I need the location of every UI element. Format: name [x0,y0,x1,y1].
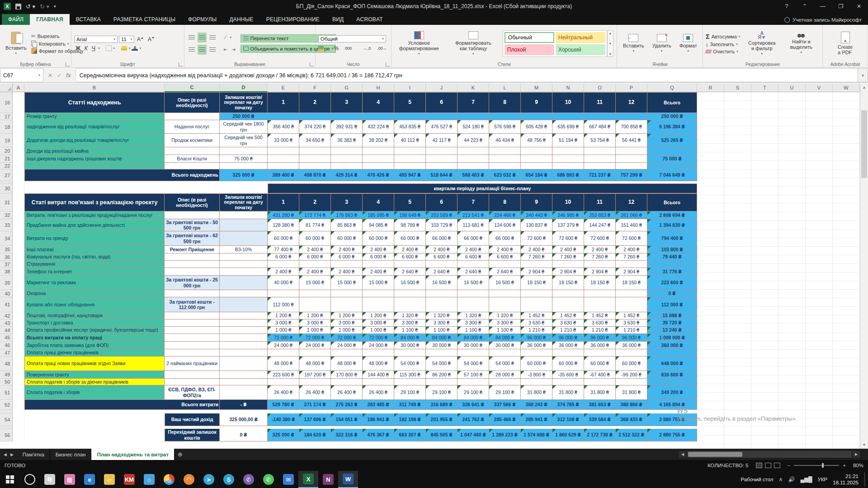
row-number[interactable]: 37 [0,261,13,268]
grid-cell[interactable] [165,342,220,349]
increase-decimal-icon[interactable]: ←,0 [362,46,373,51]
dialog-launcher-icon[interactable] [310,62,314,66]
grid-cell[interactable]: 2 найманих працівники [165,357,220,371]
grid-cell[interactable]: 7 260 ₴ [584,253,616,261]
sheet-tab-1[interactable]: Пам'ятка [17,449,50,460]
grid-cell[interactable]: 635 699 ₴ [552,120,584,134]
grid-cell[interactable] [647,261,697,268]
grid-cell[interactable]: 96 000 ₴ [584,334,616,342]
close-icon[interactable]: ✕ [850,3,868,9]
grid-cell[interactable]: 381 653 ₴ [584,400,616,410]
row-number[interactable]: 46 [0,342,13,349]
column-header-D[interactable]: D [220,83,268,92]
align-top-icon[interactable] [187,33,196,42]
zoom-thumb[interactable] [822,463,824,468]
grid-cell[interactable]: 9 [521,92,552,113]
horizontal-scroll-thumb[interactable] [688,452,742,457]
grid-cell[interactable] [489,297,521,312]
grid-cell[interactable] [616,290,647,297]
grid-cell[interactable] [165,253,220,261]
align-center-icon[interactable] [198,45,207,55]
column-header-S[interactable]: S [724,83,751,92]
grid-cell[interactable]: 654 184 ₴ [521,169,552,181]
grid-cell[interactable]: 13 240 ₴ [647,327,697,334]
grid-cell[interactable] [220,297,268,312]
grid-cell[interactable]: За грантові кошти - 112 000 грн [165,297,220,312]
grid-cell[interactable]: 283 485 ₴ [363,400,394,410]
grid-cell[interactable]: 271 174 ₴ [299,400,331,410]
format-as-table-button[interactable]: Форматировать как таблицу▾ [448,30,498,56]
grid-cell[interactable]: -35 600 ₴ [552,371,584,379]
grid-cell[interactable]: Перехідний залишок коштів [165,429,220,441]
grid-cell[interactable]: 816 600 ₴ [647,371,697,379]
grid-cell[interactable]: 325 000 ₴ [268,429,299,441]
grid-cell[interactable] [220,261,268,268]
grid-cell[interactable]: 72 000 ₴ [363,334,394,342]
grid-cell[interactable] [268,349,299,357]
grid-cell[interactable]: 3 630 ₴ [616,319,647,327]
grid-cell[interactable]: 54 000 ₴ [458,357,489,371]
grid-cell[interactable]: 6 000 ₴ [363,253,394,261]
grid-cell[interactable]: 46 434 ₴ [489,134,521,147]
column-header-P[interactable]: P [616,83,647,92]
grid-cell[interactable]: 12 [616,92,647,113]
styles-gallery-scroll[interactable]: ▲▼▼ [607,30,613,57]
row-number[interactable]: 52 [0,400,13,410]
grid-cell[interactable] [363,113,394,120]
grid-cell[interactable]: Опис (в разі необхідності) [165,193,220,211]
grid-cell[interactable] [165,290,220,297]
movies-icon[interactable]: KM [119,471,139,488]
grid-cell[interactable] [426,349,458,357]
grid-cell[interactable] [552,379,584,385]
column-header-I[interactable]: I [394,83,426,92]
grid-cell[interactable]: Всього витрати [24,400,220,410]
grid-cell[interactable]: 8 [489,92,521,113]
sheet-nav-left-icon[interactable]: ◀ [4,452,7,457]
scroll-up-icon[interactable]: ▲ [860,83,868,91]
row-number[interactable]: 50 [0,379,13,385]
help-icon[interactable]: ? [778,3,796,9]
excel-icon[interactable]: X [298,471,318,488]
grid-cell[interactable]: 0 ₴ [220,429,268,441]
grid-cell[interactable]: 576 598 ₴ [489,120,521,134]
grid-cell[interactable]: 0 ₴ [647,290,697,297]
network-icon[interactable]: ▄▆█ [800,476,812,483]
grid-cell[interactable]: Ваш чистий дохід [165,413,220,426]
grid-cell[interactable]: 392 931 ₴ [331,120,363,134]
grid-cell[interactable]: 6 000 ₴ [331,253,363,261]
row-number[interactable]: 19 [0,134,13,147]
paste-button[interactable]: Вставить▾ [3,27,29,60]
grid-cell[interactable]: 40 112 ₴ [394,134,426,147]
grid-cell[interactable] [220,253,268,261]
grid-cell[interactable]: Охорона [24,290,165,297]
search-icon[interactable] [20,471,40,488]
grid-cell[interactable] [647,349,697,357]
grid-cell[interactable]: 75 000 ₴ [220,155,268,163]
grid-cell[interactable]: 29 100 ₴ [458,385,489,400]
sort-filter-button[interactable]: АЯ▼ Сортировка и фильтр▾ [744,27,780,60]
grid-cell[interactable] [299,349,331,357]
grid-cell[interactable] [426,147,458,155]
photos-icon[interactable]: ▦ [60,471,80,488]
grid-cell[interactable]: 246 985 ₴ [552,211,584,219]
grid-cell[interactable] [616,261,647,268]
dialog-launcher-icon[interactable] [66,62,70,66]
grid-cell[interactable]: 3 300 ₴ [458,319,489,327]
grid-cell[interactable]: 60 000 ₴ [616,357,647,371]
column-header-Q[interactable]: Q [647,83,697,92]
decrease-indent-icon[interactable]: ⇤ [222,46,229,53]
row-number[interactable]: 33 [0,219,13,231]
grid-cell[interactable]: 30 000 ₴ [489,342,521,349]
grid-cell[interactable]: Середній чек 500 грн [220,134,268,147]
grid-cell[interactable]: 176 863 ₴ [331,211,363,219]
grid-cell[interactable]: 6 600 ₴ [489,253,521,261]
grid-cell[interactable]: 2 400 ₴ [521,246,552,253]
grid-cell[interactable]: Витрати на оренду [24,231,165,246]
grid-cell[interactable]: 36 000 ₴ [616,342,647,349]
grid-cell[interactable]: 721 237 ₴ [584,169,616,181]
grid-cell[interactable]: 2 400 ₴ [394,246,426,253]
ribbon-tab-вставка[interactable]: ВСТАВКА [70,14,107,25]
grid-cell[interactable]: 84 000 ₴ [489,334,521,342]
grid-cell[interactable]: 325 000,00 ₴ [220,413,268,426]
grid-cell[interactable]: 6 600 ₴ [394,253,426,261]
